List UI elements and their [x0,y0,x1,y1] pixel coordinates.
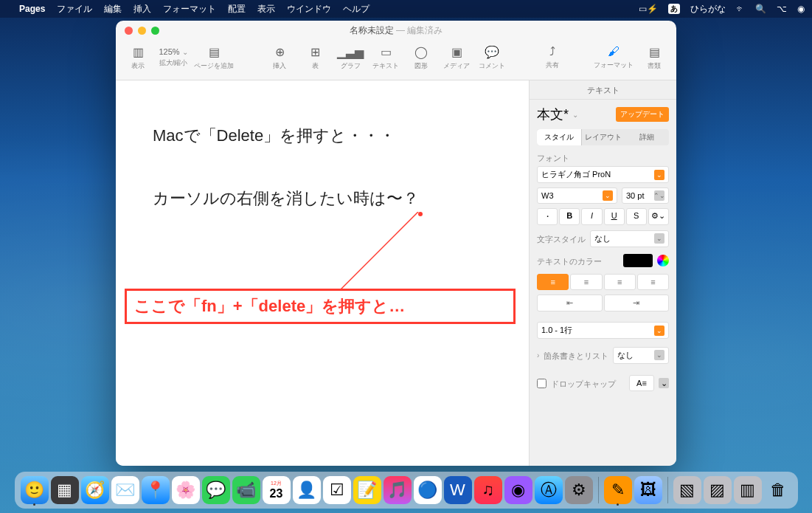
indent-increase[interactable]: ⇥ [604,295,670,311]
text-color-swatch[interactable] [623,254,653,267]
doc-line-1: Macで「Delete」を押すと・・・ [153,125,395,147]
bold-button[interactable]: B [559,208,580,225]
italic-button[interactable]: I [581,208,602,225]
dock-music[interactable]: ♫ [474,476,502,504]
toolbar-format[interactable]: 🖌フォーマット [594,45,634,70]
inspector-tabs[interactable]: スタイル レイアウト 詳細 [537,129,669,145]
toolbar-chart[interactable]: ▁▃▅グラフ [336,45,365,71]
dock-word[interactable]: W [444,476,472,504]
dock-divider-2 [667,477,668,503]
dock-calendar[interactable]: 12月23 [263,476,291,504]
dock-recent-2[interactable]: ▨ [704,476,732,504]
dock-podcasts[interactable]: ◉ [504,476,532,504]
align-right[interactable]: ≡ [604,274,636,290]
dock-divider [598,477,599,503]
dock-recent-3[interactable]: ▥ [734,476,762,504]
dock-messages[interactable]: 💬 [202,476,230,504]
align-left[interactable]: ≡ [537,274,569,290]
toolbar-insert[interactable]: ⊕挿入 [265,45,294,71]
line-spacing-select[interactable]: 1.0 - 1行⌄ [537,322,669,339]
window-title: 名称未設定 [350,25,394,35]
dock-mail[interactable]: ✉️ [111,476,139,504]
align-center[interactable]: ≡ [570,274,602,290]
dock-music-lib[interactable]: 🎵 [384,476,412,504]
bullets-label: 箇条書きとリスト [544,351,608,362]
dock-maps[interactable]: 📍 [142,476,170,504]
bullets-select[interactable]: なし⌄ [613,347,669,364]
font-family-select[interactable]: ヒラギノ角ゴ ProN⌄ [537,166,669,183]
svg-line-0 [337,212,418,293]
tab-layout: レイアウト [581,129,625,145]
toolbar-zoom[interactable]: 125% ⌄ 拡大/縮小 [159,47,188,68]
dock-trash[interactable]: 🗑 [764,476,792,504]
pages-window: 名称未設定 — 編集済み ▥表示 125% ⌄ 拡大/縮小 ▤ページを追加 ⊕挿… [116,21,676,466]
underline-button[interactable]: U [604,208,625,225]
align-justify[interactable]: ≡ [637,274,669,290]
toolbar-document[interactable]: ▤書類 [639,45,669,71]
update-style-button[interactable]: アップデート [616,107,669,122]
dock-pages[interactable]: ✎ [604,476,632,504]
tab-detail: 詳細 [625,129,669,145]
font-weight-select[interactable]: W3⌄ [537,187,617,204]
dock-facetime[interactable]: 📹 [232,476,260,504]
dock-chrome[interactable]: 🔵 [414,476,442,504]
dock-contacts[interactable]: 👤 [293,476,321,504]
dock-appstore[interactable]: Ⓐ [535,476,563,504]
color-picker-icon[interactable] [657,255,669,266]
font-label: フォント [537,153,669,164]
font-size-field[interactable]: 30 pt⌃⌄ [622,187,669,204]
doc-line-2: カーソルの右側を消したい時は〜？ [153,187,419,210]
dock-reminders[interactable]: ☑︎ [323,476,351,504]
toolbar-text[interactable]: ▭テキスト [371,45,400,71]
dock-finder[interactable]: 🙂 [21,476,49,504]
window-subtitle: — 編集済み [396,25,443,35]
char-style-label: 文字スタイル [537,234,586,245]
dock-recent-1[interactable]: ▧ [673,476,701,504]
toolbar-add-page[interactable]: ▤ページを追加 [194,45,234,71]
dock-settings[interactable]: ⚙︎ [565,476,593,504]
dock-launchpad[interactable]: ▦ [51,476,79,504]
inspector-title: テキスト [530,80,676,100]
dock-preview[interactable]: 🖼 [634,476,662,504]
text-color-label: テキストのカラー [537,256,619,267]
char-style-select[interactable]: なし⌄ [590,230,669,247]
drop-cap-style[interactable]: A≡ [629,375,654,391]
dock: 🙂 ▦ 🧭 ✉️ 📍 🌸 💬 📹 12月23 👤 ☑︎ 📝 🎵 🔵 W ♫ ◉ … [15,472,798,509]
drop-cap-label: ドロップキャップ [551,379,616,390]
toolbar-media[interactable]: ▣メディア [442,45,471,71]
toolbar-table[interactable]: ⊞表 [300,45,330,71]
toolbar-shape[interactable]: ◯図形 [406,45,436,71]
more-type-button[interactable]: ⚙⌄ [648,208,669,225]
toolbar-share[interactable]: ⤴共有 [538,45,567,70]
dock-notes[interactable]: 📝 [353,476,381,504]
indent-decrease[interactable]: ⇤ [537,295,603,311]
toolbar: ▥表示 125% ⌄ 拡大/縮小 ▤ページを追加 ⊕挿入 ⊞表 ▁▃▅グラフ ▭… [116,40,676,80]
titlebar[interactable]: 名称未設定 — 編集済み [116,21,676,40]
format-inspector: テキスト 本文* ⌄ アップデート スタイル レイアウト 詳細 フォント ヒラギ… [529,80,676,466]
strike-button[interactable]: S [626,208,647,225]
paragraph-style-select[interactable]: 本文* ⌄ [537,106,611,123]
char-none[interactable]: ・ [537,208,558,225]
toolbar-view[interactable]: ▥表示 [123,45,153,71]
tab-style: スタイル [537,129,581,145]
annotation-callout: ここで「fn」+「delete」を押すと… [125,289,516,324]
drop-cap-checkbox[interactable] [537,379,546,388]
dock-safari[interactable]: 🧭 [81,476,109,504]
document-page[interactable]: Macで「Delete」を押すと・・・ カーソルの右側を消したい時は〜？ ここで… [116,80,529,466]
toolbar-comment[interactable]: 💬コメント [477,45,507,71]
dock-photos[interactable]: 🌸 [172,476,200,504]
bullets-disclosure[interactable]: › [537,351,539,359]
